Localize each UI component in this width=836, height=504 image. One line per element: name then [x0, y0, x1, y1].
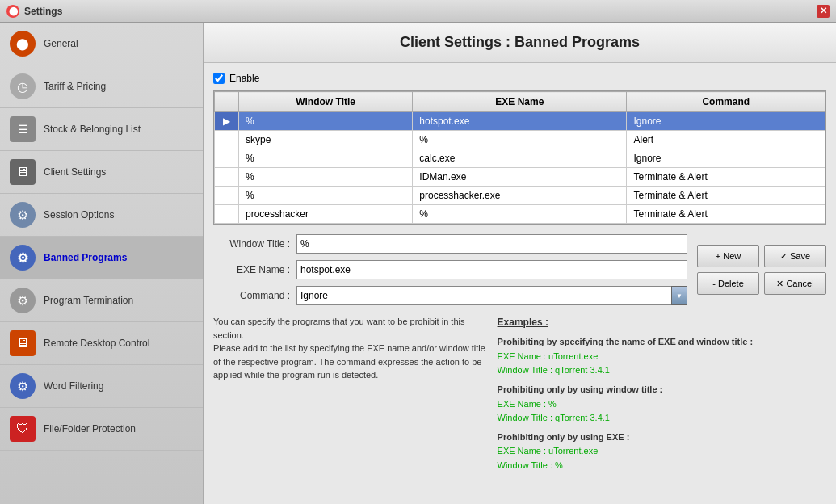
content-area: Client Settings : Banned Programs Enable… [204, 23, 836, 504]
row-window-title: skype [239, 131, 413, 149]
banned-icon: ⚙ [10, 245, 36, 271]
table-row[interactable]: skype%Alert [215, 131, 825, 149]
sidebar-item-session[interactable]: ⚙Session Options [0, 194, 203, 237]
example-group-1-title: Prohibiting by specifying the name of EX… [498, 335, 826, 350]
enable-checkbox[interactable] [213, 73, 225, 84]
sidebar-label-tariff: Tariff & Pricing [44, 81, 106, 92]
table-container: Window Title EXE Name Command ▶%hotspot.… [213, 90, 826, 225]
delete-button[interactable]: - Delete [697, 272, 759, 295]
window-title-label: Window Title : [213, 238, 290, 250]
command-select-wrapper: Ignore Alert Terminate & Alert ▼ [296, 286, 687, 305]
example-2-exe: EXE Name : % [498, 397, 826, 412]
example-group-2-title: Prohibiting only by using window title : [498, 383, 826, 397]
row-window-title: % [239, 168, 413, 187]
tariff-icon: ◷ [10, 74, 36, 99]
sidebar: ⬤General◷Tariff & Pricing☰Stock & Belong… [0, 23, 204, 504]
general-icon: ⬤ [10, 31, 36, 57]
row-arrow: ▶ [215, 112, 239, 131]
sidebar-item-stock[interactable]: ☰Stock & Belonging List [0, 108, 203, 151]
enable-label[interactable]: Enable [229, 73, 259, 84]
sidebar-item-file[interactable]: 🛡File/Folder Protection [0, 408, 203, 451]
program-icon: ⚙ [10, 288, 36, 313]
cancel-button[interactable]: ✕ Cancel [764, 272, 826, 295]
row-arrow [215, 131, 239, 149]
row-arrow [215, 205, 239, 224]
table-row[interactable]: %calc.exeIgnore [215, 149, 825, 168]
col-arrow [215, 92, 239, 112]
description: You can specify the programs that you wa… [213, 315, 488, 473]
row-window-title: % [239, 149, 413, 168]
example-group-3: Prohibiting only by using EXE : EXE Name… [498, 430, 826, 473]
main-container: ⬤General◷Tariff & Pricing☰Stock & Belong… [0, 23, 836, 504]
table-row[interactable]: %IDMan.exeTerminate & Alert [215, 168, 825, 187]
title-bar: ⬤ Settings ✕ [0, 0, 836, 23]
sidebar-item-tariff[interactable]: ◷Tariff & Pricing [0, 65, 203, 108]
save-button[interactable]: ✓ Save [764, 245, 826, 267]
title-bar-text: Settings [24, 6, 62, 17]
description-text: You can specify the programs that you wa… [213, 317, 485, 380]
col-window-title: Window Title [239, 92, 413, 112]
exe-name-label: EXE Name : [213, 264, 290, 275]
file-icon: 🛡 [10, 416, 36, 442]
row-exe-name: % [413, 205, 627, 224]
examples-title: Examples : [498, 315, 826, 330]
example-1-exe: EXE Name : uTorrent.exe [498, 350, 826, 364]
window-title-row: Window Title : [213, 234, 687, 254]
row-command: Terminate & Alert [627, 187, 825, 205]
sidebar-item-remote[interactable]: 🖥Remote Desktop Control [0, 322, 203, 365]
programs-table: Window Title EXE Name Command ▶%hotspot.… [214, 91, 825, 224]
sidebar-item-general[interactable]: ⬤General [0, 23, 203, 65]
row-exe-name: % [413, 131, 627, 149]
exe-name-input[interactable] [296, 260, 687, 279]
example-group-3-title: Prohibiting only by using EXE : [498, 430, 826, 445]
sidebar-item-client[interactable]: 🖥Client Settings [0, 151, 203, 194]
sidebar-label-file: File/Folder Protection [44, 423, 136, 435]
row-exe-name: hotspot.exe [413, 112, 627, 131]
example-3-exe: EXE Name : uTorrent.exe [498, 444, 826, 459]
session-icon: ⚙ [10, 202, 36, 228]
word-icon: ⚙ [10, 373, 36, 399]
row-exe-name: IDMan.exe [413, 168, 627, 187]
sidebar-item-program[interactable]: ⚙Program Termination [0, 279, 203, 322]
remote-icon: 🖥 [10, 330, 36, 356]
bottom-section: You can specify the programs that you wa… [213, 315, 826, 473]
enable-row: Enable [213, 73, 826, 84]
sidebar-label-general: General [44, 38, 78, 49]
sidebar-item-banned[interactable]: ⚙Banned Programs [0, 237, 203, 279]
action-buttons: + New ✓ Save - Delete ✕ Cancel [697, 234, 826, 305]
table-row[interactable]: %processhacker.exeTerminate & Alert [215, 187, 825, 205]
content-header: Client Settings : Banned Programs [204, 23, 836, 63]
table-scroll[interactable]: Window Title EXE Name Command ▶%hotspot.… [214, 91, 825, 224]
stock-icon: ☰ [10, 116, 36, 142]
example-group-2: Prohibiting only by using window title :… [498, 383, 826, 426]
command-select[interactable]: Ignore Alert Terminate & Alert [296, 286, 687, 305]
page-title: Client Settings : Banned Programs [215, 34, 825, 51]
example-3-window: Window Title : % [498, 459, 826, 473]
example-2-window: Window Title : qTorrent 3.4.1 [498, 411, 826, 426]
bottom-btn-row: - Delete ✕ Cancel [697, 272, 826, 295]
title-bar-icon: ⬤ [6, 5, 19, 18]
exe-name-row: EXE Name : [213, 260, 687, 279]
table-row[interactable]: processhacker%Terminate & Alert [215, 205, 825, 224]
form-fields: Window Title : EXE Name : Command : Igno… [213, 234, 687, 305]
row-exe-name: calc.exe [413, 149, 627, 168]
sidebar-label-stock: Stock & Belonging List [44, 124, 141, 135]
row-window-title: processhacker [239, 205, 413, 224]
row-window-title: % [239, 112, 413, 131]
row-command: Alert [627, 131, 825, 149]
new-button[interactable]: + New [697, 245, 759, 267]
table-row[interactable]: ▶%hotspot.exeIgnore [215, 112, 825, 131]
window-title-input[interactable] [296, 234, 687, 254]
sidebar-item-word[interactable]: ⚙Word Filtering [0, 365, 203, 408]
examples: Examples : Prohibiting by specifying the… [498, 315, 826, 473]
form-section: Window Title : EXE Name : Command : Igno… [213, 234, 826, 305]
row-arrow [215, 187, 239, 205]
sidebar-label-word: Word Filtering [44, 380, 103, 392]
example-1-window: Window Title : qTorrent 3.4.1 [498, 363, 826, 378]
row-arrow [215, 168, 239, 187]
row-command: Ignore [627, 112, 825, 131]
row-command: Terminate & Alert [627, 168, 825, 187]
sidebar-label-client: Client Settings [44, 166, 106, 178]
close-button[interactable]: ✕ [817, 5, 830, 18]
command-label: Command : [213, 290, 290, 301]
